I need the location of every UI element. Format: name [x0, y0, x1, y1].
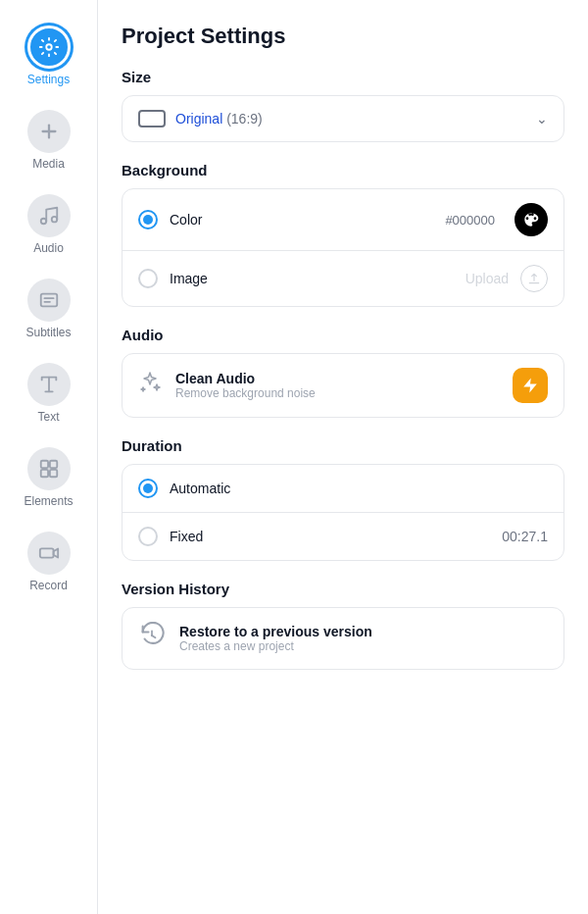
- record-icon-wrap: [27, 532, 71, 575]
- color-swatch[interactable]: [514, 203, 548, 236]
- size-label-main: Original: [175, 111, 222, 127]
- text-icon-wrap: [27, 363, 71, 406]
- clean-audio-title: Clean Audio: [175, 371, 316, 386]
- page-title: Project Settings: [122, 24, 564, 49]
- sparkle-icon: [138, 371, 162, 400]
- svg-rect-13: [49, 470, 56, 477]
- sidebar-label-text: Text: [37, 410, 59, 424]
- audio-card: Clean Audio Remove background noise: [122, 353, 564, 418]
- sidebar-item-record[interactable]: Record: [10, 522, 88, 602]
- sidebar-item-settings[interactable]: Settings: [10, 16, 88, 96]
- sidebar-item-text[interactable]: Text: [10, 353, 88, 433]
- color-option-row[interactable]: Color #000000: [122, 189, 564, 250]
- elements-icon: [38, 458, 60, 480]
- version-history-section-title: Version History: [122, 581, 564, 597]
- size-label: Original (16:9): [175, 111, 263, 127]
- sidebar-item-audio[interactable]: Audio: [10, 184, 88, 265]
- sidebar-item-subtitles[interactable]: Subtitles: [10, 269, 88, 349]
- sidebar: Settings Media Audio Su: [0, 0, 98, 914]
- svg-rect-11: [49, 461, 56, 468]
- version-history-card: Restore to a previous version Creates a …: [122, 607, 564, 670]
- lightning-button[interactable]: [513, 368, 548, 403]
- elements-icon-wrap: [27, 447, 71, 490]
- restore-row[interactable]: Restore to a previous version Creates a …: [122, 608, 564, 669]
- sidebar-label-media: Media: [32, 157, 65, 171]
- audio-icon-wrap: [27, 194, 71, 237]
- settings-icon: [38, 36, 60, 58]
- lightning-icon: [521, 377, 539, 394]
- restore-title: Restore to a previous version: [179, 624, 372, 639]
- svg-rect-12: [40, 470, 47, 477]
- automatic-label: Automatic: [170, 481, 548, 496]
- fixed-label: Fixed: [170, 529, 490, 544]
- image-option-row[interactable]: Image Upload: [122, 251, 564, 306]
- automatic-option-row[interactable]: Automatic: [122, 465, 564, 512]
- sidebar-label-record: Record: [29, 579, 68, 592]
- svg-rect-10: [40, 461, 47, 468]
- duration-fixed-value: 00:27.1: [502, 529, 548, 544]
- size-label-sub: (16:9): [226, 111, 263, 127]
- size-card: Original (16:9) ⌄: [122, 95, 564, 142]
- media-icon: [38, 121, 60, 142]
- audio-section-title: Audio: [122, 327, 564, 343]
- media-icon-wrap: [27, 110, 71, 153]
- clean-audio-subtitle: Remove background noise: [175, 386, 316, 400]
- svg-rect-5: [40, 294, 57, 307]
- sidebar-label-elements: Elements: [24, 494, 73, 508]
- fixed-option-row[interactable]: Fixed 00:27.1: [122, 513, 564, 560]
- duration-card: Automatic Fixed 00:27.1: [122, 464, 564, 561]
- sidebar-item-elements[interactable]: Elements: [10, 437, 88, 518]
- upload-icon[interactable]: [520, 265, 548, 292]
- subtitles-icon-wrap: [27, 279, 71, 322]
- sidebar-item-media[interactable]: Media: [10, 100, 88, 180]
- paint-icon: [523, 212, 539, 228]
- settings-icon-wrap: [27, 25, 71, 69]
- sidebar-label-settings: Settings: [27, 73, 70, 86]
- duration-section-title: Duration: [122, 437, 564, 454]
- fixed-radio[interactable]: [138, 527, 158, 546]
- subtitles-icon: [38, 289, 60, 311]
- chevron-down-icon: ⌄: [536, 111, 548, 127]
- svg-point-0: [46, 44, 52, 50]
- audio-icon: [38, 205, 60, 227]
- size-section-title: Size: [122, 69, 564, 85]
- restore-subtitle: Creates a new project: [179, 639, 372, 653]
- size-aspect-icon: [138, 110, 166, 127]
- sidebar-label-subtitles: Subtitles: [25, 326, 71, 339]
- upload-label: Upload: [466, 271, 509, 286]
- svg-point-4: [51, 217, 57, 223]
- background-section-title: Background: [122, 162, 564, 178]
- restore-icon: [138, 622, 166, 655]
- clean-audio-row: Clean Audio Remove background noise: [122, 354, 564, 417]
- sidebar-label-audio: Audio: [33, 241, 64, 255]
- color-label: Color: [170, 212, 433, 228]
- svg-point-3: [40, 219, 46, 225]
- background-card: Color #000000 Image Upload: [122, 188, 564, 307]
- main-content: Project Settings Size Original (16:9) ⌄ …: [98, 0, 588, 914]
- automatic-radio[interactable]: [138, 479, 158, 498]
- image-label: Image: [170, 271, 454, 286]
- size-dropdown[interactable]: Original (16:9) ⌄: [122, 96, 564, 141]
- svg-rect-14: [39, 548, 53, 557]
- image-radio[interactable]: [138, 269, 158, 288]
- color-hex-value: #000000: [445, 213, 495, 228]
- record-icon: [38, 542, 60, 564]
- text-icon: [38, 374, 60, 395]
- color-radio[interactable]: [138, 210, 158, 229]
